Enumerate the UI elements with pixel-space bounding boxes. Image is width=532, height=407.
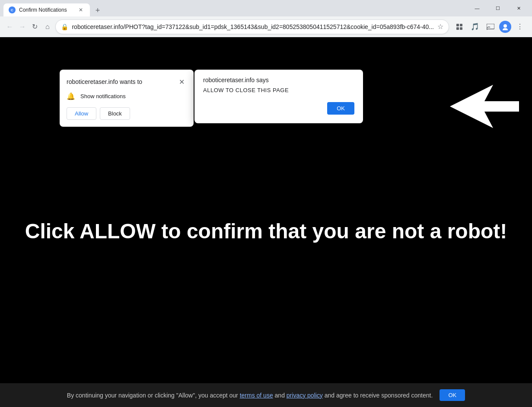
tab-close-button[interactable]: ✕ — [77, 6, 85, 14]
account-avatar[interactable] — [499, 21, 511, 33]
svg-rect-5 — [460, 27, 462, 30]
active-tab[interactable]: C Confirm Notifications ✕ — [3, 3, 90, 16]
bottom-text: By continuing your navigation or clickin… — [67, 392, 433, 399]
extensions-icon[interactable] — [452, 20, 466, 34]
bottom-ok-button[interactable]: OK — [440, 389, 465, 401]
dialog-popup: roboticeretaser.info says ALLOW TO CLOSE… — [194, 70, 363, 123]
tab-strip: C Confirm Notifications ✕ + — [3, 0, 464, 16]
maximize-button[interactable]: ☐ — [488, 1, 508, 15]
arrow-svg — [450, 85, 519, 128]
title-bar: C Confirm Notifications ✕ + — ☐ ✕ — [0, 0, 532, 16]
svg-point-8 — [503, 24, 507, 28]
dialog-title: roboticeretaser.info says — [203, 77, 354, 83]
page-content: roboticeretaser.info wants to ✕ 🔔 Show n… — [0, 37, 532, 407]
minimize-button[interactable]: — — [467, 1, 487, 15]
dialog-ok-button[interactable]: OK — [327, 102, 354, 115]
popup-title: roboticeretaser.info wants to — [67, 78, 142, 85]
back-button[interactable]: ← — [5, 20, 14, 34]
bell-icon: 🔔 — [67, 92, 75, 100]
svg-rect-3 — [460, 24, 462, 26]
svg-text:C: C — [11, 8, 13, 12]
home-button[interactable]: ⌂ — [43, 20, 52, 34]
svg-rect-4 — [456, 27, 459, 30]
main-heading: Click ALLOW to confirm that you are not … — [25, 219, 507, 243]
toolbar: ← → ↻ ⌂ 🔒 roboticeretaser.info/PHOT?tag_… — [0, 16, 532, 37]
dialog-body: ALLOW TO CLOSE THIS PAGE — [203, 87, 354, 93]
bottom-text-before: By continuing your navigation or clickin… — [67, 392, 240, 399]
window-controls: — ☐ ✕ — [467, 1, 529, 15]
forward-button[interactable]: → — [18, 20, 27, 34]
permission-label: Show notifications — [80, 93, 126, 99]
bookmark-icon[interactable]: ☆ — [437, 22, 443, 31]
block-button[interactable]: Block — [100, 107, 130, 120]
popup-header: roboticeretaser.info wants to ✕ — [60, 70, 194, 90]
address-text: roboticeretaser.info/PHOT?tag_id=737122&… — [72, 23, 434, 30]
bottom-text-and: and — [273, 392, 287, 399]
menu-button[interactable]: ⋮ — [513, 20, 527, 34]
music-icon[interactable]: 🎵 — [468, 20, 482, 34]
svg-marker-9 — [450, 85, 519, 128]
svg-rect-2 — [456, 24, 459, 26]
new-tab-button[interactable]: + — [92, 4, 104, 16]
reload-button[interactable]: ↻ — [30, 20, 39, 34]
browser-window: C Confirm Notifications ✕ + — ☐ ✕ ← → ↻ … — [0, 0, 532, 407]
popup-button-row: Allow Block — [60, 107, 194, 127]
toolbar-right: 🎵 ⋮ — [452, 20, 527, 34]
allow-button[interactable]: Allow — [67, 107, 96, 120]
svg-rect-6 — [487, 24, 494, 29]
address-bar[interactable]: 🔒 roboticeretaser.info/PHOT?tag_id=73712… — [55, 19, 449, 34]
tab-title: Confirm Notifications — [19, 7, 73, 13]
lock-icon: 🔒 — [61, 23, 68, 30]
close-button[interactable]: ✕ — [509, 1, 529, 15]
notification-popup: roboticeretaser.info wants to ✕ 🔔 Show n… — [60, 70, 194, 127]
cast-icon[interactable] — [484, 20, 497, 34]
popup-permission-row: 🔔 Show notifications — [60, 90, 194, 107]
popup-close-button[interactable]: ✕ — [176, 77, 187, 87]
terms-link[interactable]: terms of use — [240, 392, 273, 399]
privacy-link[interactable]: privacy policy — [287, 392, 323, 399]
tab-favicon: C — [9, 6, 16, 13]
bottom-bar: By continuing your navigation or clickin… — [0, 383, 532, 407]
bottom-text-after: and agree to receive sponsored content. — [323, 392, 433, 399]
